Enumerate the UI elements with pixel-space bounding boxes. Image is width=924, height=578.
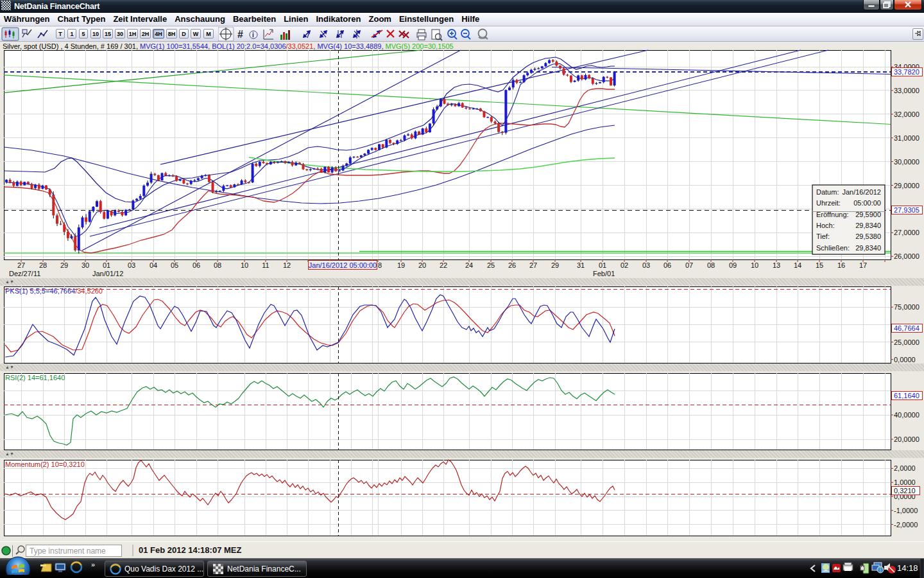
svg-text:27,9305: 27,9305 — [894, 206, 920, 214]
svg-text:2,0000: 2,0000 — [894, 464, 916, 472]
svg-text:33,0000: 33,0000 — [894, 87, 920, 94]
svg-text:27: 27 — [17, 261, 25, 269]
svg-text:03: 03 — [128, 261, 135, 269]
svg-text:03: 03 — [642, 261, 650, 269]
svg-text:26: 26 — [508, 261, 516, 269]
svg-text:»: » — [91, 561, 95, 568]
svg-text:Feb/01: Feb/01 — [593, 270, 615, 277]
svg-text:25: 25 — [487, 261, 495, 269]
svg-text:0,0000: 0,0000 — [894, 356, 916, 363]
svg-text:30: 30 — [81, 261, 89, 269]
svg-text:07: 07 — [685, 261, 693, 269]
svg-text:20: 20 — [418, 261, 426, 269]
svg-text:20,0000: 20,0000 — [894, 435, 920, 443]
svg-text:-1,0000: -1,0000 — [894, 507, 918, 514]
svg-text:29,5380: 29,5380 — [855, 232, 881, 240]
svg-text:01: 01 — [103, 261, 110, 269]
svg-text:Jan/16/2012 05:00:00: Jan/16/2012 05:00:00 — [309, 261, 377, 269]
svg-text:16: 16 — [837, 261, 845, 269]
svg-text:Schließen:: Schließen: — [816, 244, 850, 252]
svg-text:08: 08 — [214, 261, 221, 269]
svg-text:14:18: 14:18 — [897, 563, 918, 573]
svg-text:75,0000: 75,0000 — [894, 303, 920, 311]
svg-text:30,0000: 30,0000 — [894, 158, 920, 166]
svg-text:Jan/16/2012: Jan/16/2012 — [842, 188, 881, 196]
svg-text:27,0000: 27,0000 — [894, 229, 920, 236]
svg-text:-2,0000: -2,0000 — [894, 521, 918, 529]
svg-text:PKS(1) 5;5;5=46,7664/34,5260: PKS(1) 5;5;5=46,7664/34,5260 — [5, 287, 103, 295]
svg-text:19: 19 — [397, 261, 405, 269]
svg-text:12: 12 — [283, 261, 291, 269]
svg-text:17: 17 — [859, 261, 867, 269]
svg-text:Momentum(2) 10=0,3210: Momentum(2) 10=0,3210 — [5, 460, 85, 468]
svg-text:31: 31 — [577, 261, 585, 269]
svg-text:Datum:: Datum: — [816, 188, 839, 196]
svg-text:29,0000: 29,0000 — [894, 182, 920, 189]
svg-text:29,8340: 29,8340 — [855, 244, 881, 252]
svg-text:RSI(2) 14=61,1640: RSI(2) 14=61,1640 — [5, 374, 65, 381]
svg-text:10: 10 — [241, 261, 248, 269]
svg-text:Jan/01/12: Jan/01/12 — [92, 270, 123, 277]
svg-text:02: 02 — [620, 261, 628, 269]
svg-text:06: 06 — [663, 261, 671, 269]
svg-text:33,7820: 33,7820 — [894, 68, 920, 76]
svg-text:14: 14 — [794, 261, 801, 269]
svg-text:Hoch:: Hoch: — [816, 222, 835, 229]
svg-text:22: 22 — [440, 261, 447, 269]
svg-text:29: 29 — [551, 261, 559, 269]
svg-text:06: 06 — [193, 261, 200, 269]
svg-text:05: 05 — [171, 261, 178, 269]
svg-text:28: 28 — [39, 261, 47, 269]
svg-text:25,0000: 25,0000 — [894, 338, 920, 346]
svg-text:46,7664: 46,7664 — [894, 324, 920, 332]
svg-text:31,0000: 31,0000 — [894, 134, 920, 142]
svg-text:8: 8 — [378, 261, 382, 269]
svg-text:29,8340: 29,8340 — [855, 222, 881, 229]
svg-text:32,0000: 32,0000 — [894, 110, 920, 118]
svg-text:15: 15 — [816, 261, 823, 269]
svg-text:Tief:: Tief: — [816, 232, 830, 240]
svg-text:0,3210: 0,3210 — [894, 487, 916, 495]
svg-text:40,0000: 40,0000 — [894, 411, 920, 419]
svg-text:Dez/27/11: Dez/27/11 — [9, 270, 40, 277]
svg-text:61,1640: 61,1640 — [894, 392, 920, 399]
svg-text:13: 13 — [773, 261, 780, 269]
svg-text:Uhrzeit:: Uhrzeit: — [816, 199, 841, 207]
svg-text:08: 08 — [707, 261, 715, 269]
svg-text:24: 24 — [465, 261, 473, 269]
svg-text:1,0000: 1,0000 — [894, 478, 916, 486]
svg-text:04: 04 — [150, 261, 157, 269]
svg-text:27: 27 — [529, 261, 537, 269]
svg-text:01: 01 — [599, 261, 606, 269]
svg-text:26,0000: 26,0000 — [894, 252, 920, 260]
svg-text:10: 10 — [751, 261, 758, 269]
svg-text:29: 29 — [60, 261, 68, 269]
svg-text:11: 11 — [262, 261, 269, 269]
svg-text:09: 09 — [729, 261, 737, 269]
svg-text:05:00:00: 05:00:00 — [853, 199, 881, 207]
